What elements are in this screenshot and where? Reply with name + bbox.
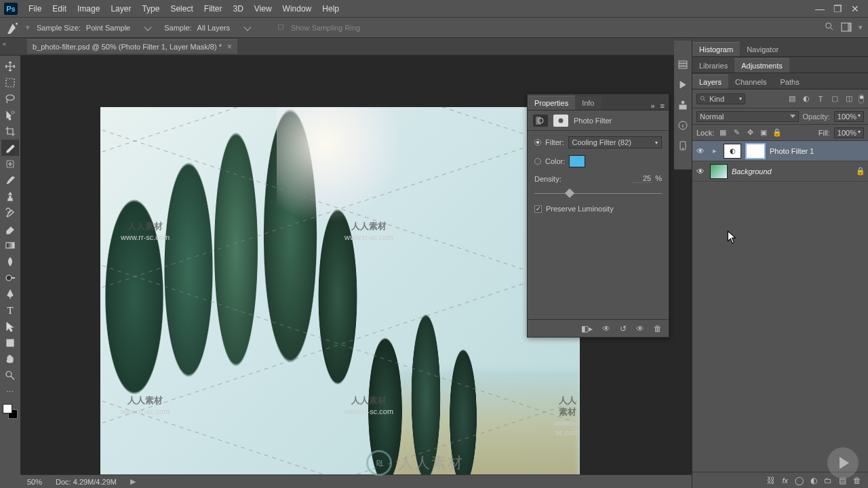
close-tab-icon[interactable]: × <box>227 42 232 52</box>
edit-toolbar[interactable]: ⋯ <box>1 384 19 400</box>
tab-layers[interactable]: Layers <box>692 75 728 89</box>
menu-filter[interactable]: Filter <box>199 0 228 18</box>
eyedropper-tool[interactable] <box>1 140 19 156</box>
history-brush-tool[interactable] <box>1 205 19 221</box>
layer-row-background[interactable]: 👁 Background 🔒 <box>692 161 868 182</box>
filter-toggle-icon[interactable] <box>859 94 864 104</box>
zoom-tool[interactable] <box>1 367 19 384</box>
blur-tool[interactable] <box>1 253 19 270</box>
menu-3d[interactable]: 3D <box>227 0 248 18</box>
history-panel-icon[interactable] <box>677 58 689 70</box>
filter-type-icon[interactable]: T <box>816 94 825 104</box>
lock-all-icon[interactable]: 🔒 <box>772 128 782 137</box>
minimize-button[interactable]: — <box>815 3 825 14</box>
color-radio[interactable] <box>534 158 541 165</box>
maximize-button[interactable]: ❐ <box>833 3 842 14</box>
filter-adjust-icon[interactable]: ◐ <box>802 94 811 104</box>
sample-select[interactable]: All Layers <box>195 23 243 33</box>
tab-histogram[interactable]: Histogram <box>692 42 740 56</box>
layer-fx-icon[interactable]: fx <box>782 476 788 485</box>
delete-layer-icon[interactable]: 🗑 <box>853 476 861 485</box>
menu-file[interactable]: File <box>23 0 47 18</box>
tab-info[interactable]: Info <box>575 96 601 110</box>
tab-channels[interactable]: Channels <box>728 75 773 89</box>
new-group-icon[interactable]: 🗀 <box>824 476 832 485</box>
lock-transparent-icon[interactable]: ▦ <box>718 128 728 137</box>
device-preview-icon[interactable] <box>677 140 689 152</box>
show-sampling-ring-checkbox[interactable]: Show Sampling Ring <box>291 24 360 32</box>
tool-preset-icon[interactable] <box>5 20 22 36</box>
collapse-panel-icon[interactable]: » <box>650 102 654 110</box>
marquee-tool[interactable] <box>1 75 19 91</box>
zoom-level[interactable]: 50% <box>27 478 42 486</box>
lock-paint-icon[interactable]: ✎ <box>732 128 741 137</box>
foreground-color-swatch[interactable] <box>3 404 12 413</box>
reset-icon[interactable]: ↺ <box>620 324 627 333</box>
menu-image[interactable]: Image <box>72 0 105 18</box>
menu-layer[interactable]: Layer <box>105 0 136 18</box>
fill-input[interactable]: 100%▾ <box>834 127 864 138</box>
filter-shape-icon[interactable]: ▢ <box>830 94 840 104</box>
tab-libraries[interactable]: Libraries <box>692 59 734 73</box>
menu-help[interactable]: Help <box>317 0 344 18</box>
actions-panel-icon[interactable] <box>677 79 689 91</box>
toggle-visibility-icon[interactable]: 👁 <box>636 324 644 333</box>
menu-window[interactable]: Window <box>277 0 317 18</box>
blend-mode-select[interactable]: Normal <box>696 111 799 122</box>
filter-pixel-icon[interactable]: ▧ <box>787 94 797 104</box>
search-icon[interactable] <box>825 22 834 33</box>
density-input[interactable]: 25 <box>632 174 652 183</box>
quick-select-tool[interactable] <box>1 107 19 123</box>
hand-tool[interactable] <box>1 351 19 367</box>
link-layers-icon[interactable]: ⛓ <box>767 476 775 485</box>
clip-to-layer-icon[interactable]: ◧▸ <box>581 324 593 333</box>
lasso-tool[interactable] <box>1 91 19 107</box>
document-canvas[interactable]: 人人素材www.rr-sc.com 人人素材www.rr-sc.com 人人素材… <box>100 107 580 479</box>
gradient-tool[interactable] <box>1 237 19 253</box>
document-tab[interactable]: b_photo-filter.psd @ 50% (Photo Filter 1… <box>27 39 237 54</box>
sample-size-select[interactable]: Point Sample <box>83 23 144 33</box>
path-select-tool[interactable] <box>1 319 19 335</box>
menu-select[interactable]: Select <box>165 0 198 18</box>
layer-mask-thumb[interactable] <box>745 143 766 159</box>
filter-select[interactable]: Cooling Filter (82) ▾ <box>568 136 663 148</box>
tab-properties[interactable]: Properties <box>528 96 575 110</box>
lock-artboard-icon[interactable]: ▣ <box>759 128 768 137</box>
new-adjustment-icon[interactable]: ◐ <box>810 476 817 485</box>
layer-name[interactable]: Background <box>732 167 852 176</box>
layer-thumb[interactable] <box>710 164 728 179</box>
mask-type-icon[interactable] <box>553 115 568 127</box>
tab-paths[interactable]: Paths <box>774 75 806 89</box>
dodge-tool[interactable] <box>1 270 19 286</box>
filter-radio[interactable] <box>534 139 541 146</box>
filter-color-swatch[interactable] <box>569 155 585 167</box>
density-slider[interactable] <box>534 190 662 198</box>
paragraph-panel-icon[interactable] <box>677 99 689 111</box>
color-swatches[interactable] <box>1 403 19 420</box>
clone-stamp-tool[interactable] <box>1 188 19 205</box>
doc-size[interactable]: Doc: 4.29M/4.29M <box>56 478 117 486</box>
layer-name[interactable]: Photo Filter 1 <box>770 147 865 155</box>
shape-tool[interactable] <box>1 335 19 351</box>
link-icon[interactable]: ▸ <box>710 146 719 155</box>
visibility-toggle-icon[interactable]: 👁 <box>695 167 706 176</box>
adjustment-thumb[interactable]: ◐ <box>724 144 741 159</box>
view-previous-icon[interactable]: 👁 <box>602 324 610 333</box>
delete-adjustment-icon[interactable]: 🗑 <box>654 324 662 333</box>
tab-adjustments[interactable]: Adjustments <box>734 58 789 73</box>
layer-mask-icon[interactable]: ◯ <box>795 476 804 485</box>
preserve-luminosity-checkbox[interactable]: ✓ <box>534 205 542 213</box>
healing-brush-tool[interactable] <box>1 156 19 172</box>
eraser-tool[interactable] <box>1 221 19 237</box>
status-menu-icon[interactable]: ▶ <box>130 477 136 486</box>
close-button[interactable]: ✕ <box>850 3 860 14</box>
visibility-toggle-icon[interactable]: 👁 <box>695 146 706 156</box>
play-overlay-icon[interactable] <box>827 447 859 479</box>
type-tool[interactable]: T <box>1 302 19 319</box>
crop-tool[interactable] <box>1 123 19 140</box>
tab-navigator[interactable]: Navigator <box>740 43 785 56</box>
lock-position-icon[interactable]: ✥ <box>745 128 755 137</box>
layer-filter-kind[interactable]: Kind ▾ <box>696 94 745 104</box>
filter-smart-icon[interactable]: ◫ <box>844 94 854 104</box>
collapse-left-icon[interactable]: « <box>3 41 6 47</box>
